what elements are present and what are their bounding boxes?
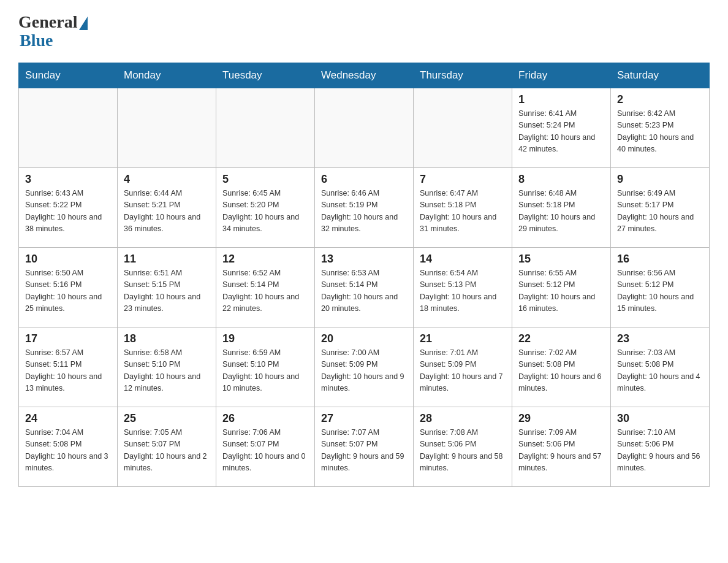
weekday-header-wednesday: Wednesday xyxy=(315,63,414,88)
day-cell: 21Sunrise: 7:01 AM Sunset: 5:09 PM Dayli… xyxy=(414,327,512,407)
day-info: Sunrise: 7:06 AM Sunset: 5:07 PM Dayligh… xyxy=(222,427,308,475)
day-cell: 1Sunrise: 6:41 AM Sunset: 5:24 PM Daylig… xyxy=(512,88,611,168)
day-cell: 26Sunrise: 7:06 AM Sunset: 5:07 PM Dayli… xyxy=(216,407,315,487)
week-row-3: 17Sunrise: 6:57 AM Sunset: 5:11 PM Dayli… xyxy=(19,327,710,407)
day-info: Sunrise: 7:10 AM Sunset: 5:06 PM Dayligh… xyxy=(617,427,703,475)
day-info: Sunrise: 7:00 AM Sunset: 5:09 PM Dayligh… xyxy=(321,347,407,395)
day-info: Sunrise: 6:49 AM Sunset: 5:17 PM Dayligh… xyxy=(617,188,703,236)
day-info: Sunrise: 6:45 AM Sunset: 5:20 PM Dayligh… xyxy=(222,188,308,236)
day-info: Sunrise: 6:57 AM Sunset: 5:11 PM Dayligh… xyxy=(25,347,111,395)
logo-blue-text: Blue xyxy=(18,31,53,50)
day-cell: 22Sunrise: 7:02 AM Sunset: 5:08 PM Dayli… xyxy=(512,327,611,407)
day-number: 23 xyxy=(617,332,703,345)
calendar-table: SundayMondayTuesdayWednesdayThursdayFrid… xyxy=(18,63,710,487)
day-cell: 15Sunrise: 6:55 AM Sunset: 5:12 PM Dayli… xyxy=(512,248,611,327)
weekday-header-thursday: Thursday xyxy=(414,63,512,88)
day-number: 18 xyxy=(124,332,210,345)
day-cell: 8Sunrise: 6:48 AM Sunset: 5:18 PM Daylig… xyxy=(512,168,611,248)
day-info: Sunrise: 6:41 AM Sunset: 5:24 PM Dayligh… xyxy=(518,108,604,156)
day-info: Sunrise: 7:08 AM Sunset: 5:06 PM Dayligh… xyxy=(420,427,506,475)
day-cell: 11Sunrise: 6:51 AM Sunset: 5:15 PM Dayli… xyxy=(118,248,216,327)
day-number: 5 xyxy=(222,173,308,186)
day-number: 3 xyxy=(25,173,111,186)
day-cell: 7Sunrise: 6:47 AM Sunset: 5:18 PM Daylig… xyxy=(414,168,512,248)
day-cell: 2Sunrise: 6:42 AM Sunset: 5:23 PM Daylig… xyxy=(611,88,710,168)
day-info: Sunrise: 6:47 AM Sunset: 5:18 PM Dayligh… xyxy=(420,188,506,236)
day-number: 15 xyxy=(518,253,604,266)
day-info: Sunrise: 6:54 AM Sunset: 5:13 PM Dayligh… xyxy=(420,267,506,315)
day-number: 1 xyxy=(518,93,604,106)
weekday-header-tuesday: Tuesday xyxy=(216,63,315,88)
day-info: Sunrise: 6:53 AM Sunset: 5:14 PM Dayligh… xyxy=(321,267,407,315)
weekday-header-friday: Friday xyxy=(512,63,611,88)
day-number: 21 xyxy=(420,332,506,345)
day-info: Sunrise: 7:09 AM Sunset: 5:06 PM Dayligh… xyxy=(518,427,604,475)
day-info: Sunrise: 6:59 AM Sunset: 5:10 PM Dayligh… xyxy=(222,347,308,395)
day-info: Sunrise: 6:43 AM Sunset: 5:22 PM Dayligh… xyxy=(25,188,111,236)
day-cell: 17Sunrise: 6:57 AM Sunset: 5:11 PM Dayli… xyxy=(19,327,118,407)
logo-triangle-icon xyxy=(79,17,88,30)
logo-general-text: General xyxy=(18,12,77,32)
day-info: Sunrise: 6:55 AM Sunset: 5:12 PM Dayligh… xyxy=(518,267,604,315)
day-info: Sunrise: 7:02 AM Sunset: 5:08 PM Dayligh… xyxy=(518,347,604,395)
day-number: 8 xyxy=(518,173,604,186)
day-info: Sunrise: 6:56 AM Sunset: 5:12 PM Dayligh… xyxy=(617,267,703,315)
day-cell: 5Sunrise: 6:45 AM Sunset: 5:20 PM Daylig… xyxy=(216,168,315,248)
day-number: 13 xyxy=(321,253,407,266)
day-number: 4 xyxy=(124,173,210,186)
day-cell: 30Sunrise: 7:10 AM Sunset: 5:06 PM Dayli… xyxy=(611,407,710,487)
day-cell: 12Sunrise: 6:52 AM Sunset: 5:14 PM Dayli… xyxy=(216,248,315,327)
day-number: 12 xyxy=(222,253,308,266)
day-number: 25 xyxy=(124,412,210,425)
day-number: 6 xyxy=(321,173,407,186)
day-cell: 6Sunrise: 6:46 AM Sunset: 5:19 PM Daylig… xyxy=(315,168,414,248)
day-number: 17 xyxy=(25,332,111,345)
day-cell xyxy=(315,88,414,168)
day-info: Sunrise: 7:05 AM Sunset: 5:07 PM Dayligh… xyxy=(124,427,210,475)
day-number: 14 xyxy=(420,253,506,266)
day-info: Sunrise: 6:42 AM Sunset: 5:23 PM Dayligh… xyxy=(617,108,703,156)
weekday-header-saturday: Saturday xyxy=(611,63,710,88)
day-cell xyxy=(216,88,315,168)
day-cell: 3Sunrise: 6:43 AM Sunset: 5:22 PM Daylig… xyxy=(19,168,118,248)
day-cell: 23Sunrise: 7:03 AM Sunset: 5:08 PM Dayli… xyxy=(611,327,710,407)
day-number: 30 xyxy=(617,412,703,425)
week-row-1: 3Sunrise: 6:43 AM Sunset: 5:22 PM Daylig… xyxy=(19,168,710,248)
day-info: Sunrise: 7:03 AM Sunset: 5:08 PM Dayligh… xyxy=(617,347,703,395)
day-cell: 9Sunrise: 6:49 AM Sunset: 5:17 PM Daylig… xyxy=(611,168,710,248)
day-cell: 10Sunrise: 6:50 AM Sunset: 5:16 PM Dayli… xyxy=(19,248,118,327)
weekday-header-sunday: Sunday xyxy=(19,63,118,88)
day-info: Sunrise: 6:46 AM Sunset: 5:19 PM Dayligh… xyxy=(321,188,407,236)
day-cell: 20Sunrise: 7:00 AM Sunset: 5:09 PM Dayli… xyxy=(315,327,414,407)
day-info: Sunrise: 6:50 AM Sunset: 5:16 PM Dayligh… xyxy=(25,267,111,315)
logo: General Blue xyxy=(18,12,88,50)
day-info: Sunrise: 6:44 AM Sunset: 5:21 PM Dayligh… xyxy=(124,188,210,236)
day-info: Sunrise: 6:58 AM Sunset: 5:10 PM Dayligh… xyxy=(124,347,210,395)
day-number: 2 xyxy=(617,93,703,106)
day-number: 16 xyxy=(617,253,703,266)
page-header: General Blue xyxy=(18,12,710,50)
day-number: 24 xyxy=(25,412,111,425)
day-number: 20 xyxy=(321,332,407,345)
day-cell xyxy=(118,88,216,168)
day-number: 11 xyxy=(124,253,210,266)
day-cell xyxy=(19,88,118,168)
day-number: 26 xyxy=(222,412,308,425)
day-cell xyxy=(414,88,512,168)
day-info: Sunrise: 6:51 AM Sunset: 5:15 PM Dayligh… xyxy=(124,267,210,315)
day-number: 9 xyxy=(617,173,703,186)
day-cell: 13Sunrise: 6:53 AM Sunset: 5:14 PM Dayli… xyxy=(315,248,414,327)
day-number: 10 xyxy=(25,253,111,266)
day-cell: 27Sunrise: 7:07 AM Sunset: 5:07 PM Dayli… xyxy=(315,407,414,487)
day-info: Sunrise: 7:07 AM Sunset: 5:07 PM Dayligh… xyxy=(321,427,407,475)
day-cell: 16Sunrise: 6:56 AM Sunset: 5:12 PM Dayli… xyxy=(611,248,710,327)
day-number: 7 xyxy=(420,173,506,186)
day-cell: 14Sunrise: 6:54 AM Sunset: 5:13 PM Dayli… xyxy=(414,248,512,327)
day-info: Sunrise: 6:48 AM Sunset: 5:18 PM Dayligh… xyxy=(518,188,604,236)
week-row-0: 1Sunrise: 6:41 AM Sunset: 5:24 PM Daylig… xyxy=(19,88,710,168)
day-cell: 28Sunrise: 7:08 AM Sunset: 5:06 PM Dayli… xyxy=(414,407,512,487)
day-cell: 25Sunrise: 7:05 AM Sunset: 5:07 PM Dayli… xyxy=(118,407,216,487)
day-number: 28 xyxy=(420,412,506,425)
day-info: Sunrise: 7:04 AM Sunset: 5:08 PM Dayligh… xyxy=(25,427,111,475)
day-number: 29 xyxy=(518,412,604,425)
